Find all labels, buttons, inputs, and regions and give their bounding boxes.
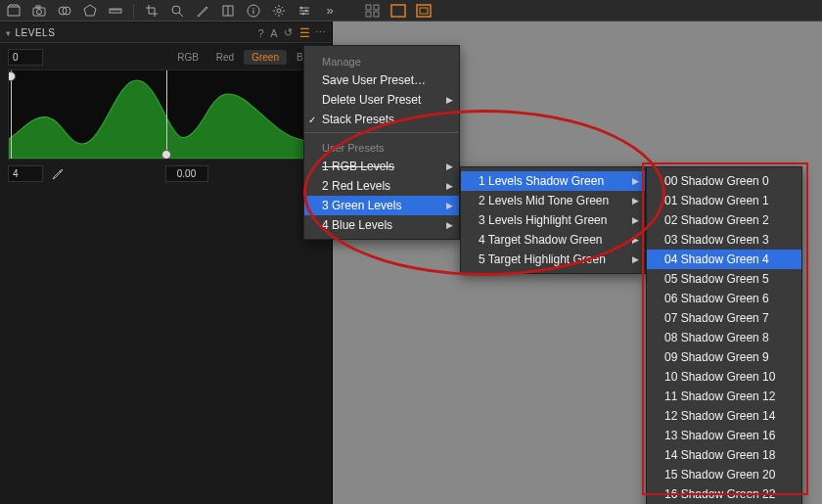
preset-value-2[interactable]: 02 Shadow Green 2: [647, 210, 801, 230]
gear-icon[interactable]: [271, 3, 287, 19]
preset-sub-3[interactable]: 4 Target Shadow Green▶: [461, 230, 645, 250]
library-icon[interactable]: [6, 3, 22, 19]
preset-sub-1[interactable]: 2 Levels Mid Tone Green▶: [461, 191, 645, 210]
black-eyedropper-icon[interactable]: [49, 166, 65, 182]
levels-panel-header[interactable]: ▾ LEVELS ? A ↺ ☰ ⋯: [0, 23, 332, 43]
histogram[interactable]: [8, 69, 324, 160]
input-black-field[interactable]: 4: [8, 165, 43, 182]
sliders-icon[interactable]: [297, 3, 312, 19]
channel-tabs: RGB Red Green Blue: [169, 50, 324, 65]
help-icon[interactable]: ?: [258, 27, 265, 39]
svg-point-1: [37, 9, 42, 14]
preset-group-1[interactable]: 2 Red Levels▶: [304, 176, 459, 196]
grid-view-icon[interactable]: [365, 4, 381, 18]
crop-icon[interactable]: [144, 3, 160, 19]
svg-point-12: [302, 12, 305, 15]
auto-icon[interactable]: A: [270, 27, 278, 39]
top-toolbar: »: [0, 0, 822, 22]
preset-values-menu: 00 Shadow Green 001 Shadow Green 102 Sha…: [646, 166, 802, 504]
magnify-icon[interactable]: [169, 3, 185, 19]
menu-header-manage: Manage: [304, 50, 459, 70]
preset-value-3[interactable]: 03 Shadow Green 3: [647, 230, 801, 250]
preset-value-14[interactable]: 14 Shadow Green 18: [647, 445, 801, 465]
preset-value-13[interactable]: 13 Shadow Green 16: [647, 426, 801, 445]
reset-icon[interactable]: ↺: [284, 26, 294, 39]
camera-icon[interactable]: [31, 3, 47, 19]
gamma-field[interactable]: 0.00: [165, 165, 208, 182]
tools-panel: ▾ LEVELS ? A ↺ ☰ ⋯ 0 RGB Red Green Blue: [0, 22, 333, 504]
ruler-icon[interactable]: [108, 3, 123, 19]
svg-rect-17: [391, 5, 405, 17]
svg-rect-18: [417, 5, 431, 17]
preset-value-8[interactable]: 08 Shadow Green 8: [647, 328, 801, 347]
more-icon[interactable]: »: [322, 3, 338, 19]
nested-view-icon[interactable]: [416, 4, 432, 18]
preset-group-0[interactable]: 1 RGB Levels▶: [304, 157, 459, 176]
overlap-icon[interactable]: [57, 3, 72, 19]
preset-sub-2[interactable]: 3 Levels Highlight Green▶: [461, 210, 645, 230]
preset-value-0[interactable]: 00 Shadow Green 0: [647, 171, 801, 191]
preset-value-9[interactable]: 09 Shadow Green 9: [647, 347, 801, 367]
preset-group-2[interactable]: 3 Green Levels▶: [304, 196, 459, 215]
preset-value-1[interactable]: 01 Shadow Green 1: [647, 191, 801, 210]
black-point-handle[interactable]: [8, 71, 16, 81]
preset-submenu: 1 Levels Shadow Green▶2 Levels Mid Tone …: [460, 166, 646, 274]
menu-header-user: User Presets: [304, 136, 459, 157]
preset-sub-4[interactable]: 5 Target Highlight Green▶: [461, 250, 645, 269]
menu-delete-preset[interactable]: Delete User Preset▶: [304, 90, 459, 110]
svg-point-9: [277, 9, 281, 13]
pentagon-icon[interactable]: [82, 3, 98, 19]
mid-point-handle[interactable]: [161, 150, 171, 160]
preset-value-7[interactable]: 07 Shadow Green 7: [647, 308, 801, 328]
preset-menu: Manage Save User Preset… Delete User Pre…: [303, 45, 460, 240]
tab-red[interactable]: Red: [208, 50, 242, 65]
preset-value-15[interactable]: 15 Shadow Green 20: [647, 465, 801, 484]
brush-icon[interactable]: [195, 3, 210, 19]
svg-point-10: [300, 6, 303, 9]
preset-value-4[interactable]: 04 Shadow Green 4: [647, 250, 801, 269]
preset-value-11[interactable]: 11 Shadow Green 12: [647, 387, 801, 406]
preset-value-10[interactable]: 10 Shadow Green 10: [647, 367, 801, 387]
preset-value-6[interactable]: 06 Shadow Green 6: [647, 289, 801, 308]
book-icon[interactable]: [220, 3, 236, 19]
tab-rgb[interactable]: RGB: [169, 50, 206, 65]
panel-title: LEVELS: [16, 27, 258, 38]
preset-group-3[interactable]: 4 Blue Levels▶: [304, 215, 459, 235]
output-black-field[interactable]: 0: [8, 49, 43, 66]
svg-rect-16: [374, 12, 379, 17]
menu-stack-presets[interactable]: ✓Stack Presets: [304, 110, 459, 129]
svg-point-6: [172, 6, 180, 14]
hamburger-menu-icon[interactable]: ☰: [299, 26, 309, 40]
more-dots-icon[interactable]: ⋯: [315, 26, 327, 39]
menu-save-preset[interactable]: Save User Preset…: [304, 70, 459, 90]
svg-rect-19: [420, 8, 428, 14]
svg-rect-13: [366, 5, 371, 10]
svg-point-11: [305, 9, 308, 12]
preset-value-5[interactable]: 05 Shadow Green 5: [647, 269, 801, 289]
svg-rect-15: [366, 12, 371, 17]
chevron-down-icon: ▾: [6, 28, 12, 38]
info-icon[interactable]: [246, 3, 261, 19]
preset-value-12[interactable]: 12 Shadow Green 14: [647, 406, 801, 426]
single-view-icon[interactable]: [390, 4, 406, 18]
tab-green[interactable]: Green: [244, 50, 287, 65]
svg-rect-14: [374, 5, 379, 10]
svg-rect-2: [36, 6, 40, 8]
preset-sub-0[interactable]: 1 Levels Shadow Green▶: [461, 171, 645, 191]
preset-value-16[interactable]: 16 Shadow Green 22: [647, 484, 801, 504]
